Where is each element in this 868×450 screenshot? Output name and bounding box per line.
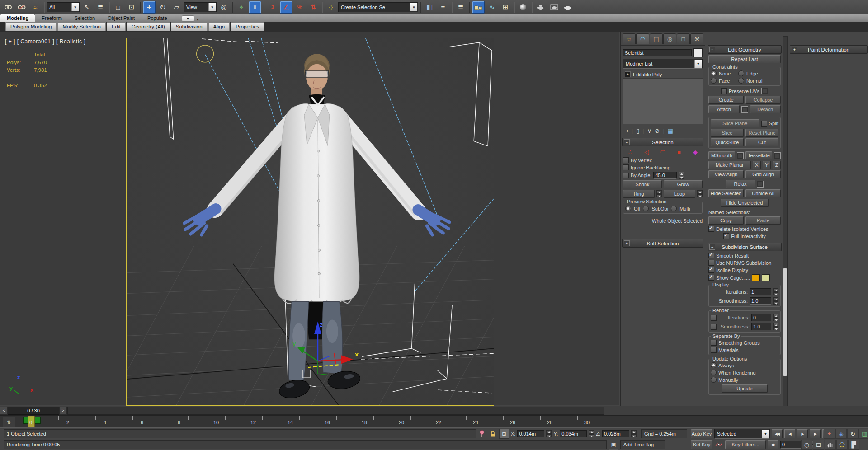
orbit-button[interactable] [836,440,848,450]
render-smoothness-field[interactable]: 1.0 [751,323,771,330]
make-planar-button[interactable]: Make Planar [708,161,751,169]
scene-3d[interactable]: z y x [127,38,494,405]
hide-unselected-button[interactable]: Hide Unselected [721,199,769,207]
tab-motion[interactable]: ◎ [663,33,676,44]
unlink-icon[interactable] [15,1,28,14]
planar-y-button[interactable]: Y [763,161,771,169]
display-smoothness-spinner[interactable] [773,297,778,305]
use-nurms-checkbox[interactable] [708,260,714,266]
selection-set-key-dropdown[interactable]: Selected▼ [714,429,770,439]
time-tag-cube-icon[interactable]: ▣ [609,440,618,450]
cage-color-swatch-1[interactable] [752,274,760,281]
repeat-last-button[interactable]: Repeat Last [708,55,781,63]
loop-spinner[interactable] [697,190,703,197]
panel-scrollbar[interactable] [783,36,788,423]
z-spinner[interactable] [631,430,637,437]
collapse-button[interactable]: Collapse [745,96,781,104]
create-button[interactable]: Create [708,96,744,104]
select-by-name-icon[interactable]: ≣ [94,1,107,14]
tab-create[interactable]: ☼ [623,33,636,44]
tab-selection[interactable]: Selection [68,14,101,22]
materials-checkbox[interactable] [711,347,717,353]
scrollbar-thumb[interactable] [783,268,787,376]
delete-isolated-vertices-checkbox[interactable] [708,226,714,232]
constraint-face-radio[interactable] [711,78,717,84]
panel-align[interactable]: Align [208,22,230,31]
key-mode-toggle[interactable]: ◀▶ [768,440,778,449]
panel-polygon-modeling[interactable]: Polygon Modeling [5,22,57,31]
tab-modify[interactable]: ◠ [636,33,649,44]
select-link-icon[interactable] [2,1,14,14]
cage-color-swatch-2[interactable] [762,274,770,281]
material-editor-icon[interactable] [517,1,529,14]
ignore-backfacing-checkbox[interactable] [623,164,629,170]
stack-item-editable-poly[interactable]: + Editable Poly [623,70,703,79]
render-iterations-spinner[interactable] [773,314,778,321]
relax-settings-button[interactable] [757,181,764,188]
display-iterations-spinner[interactable] [773,288,778,295]
hide-selected-button[interactable]: Hide Selected [708,189,744,197]
tab-display[interactable]: □ [677,33,690,44]
current-frame-display[interactable]: 0 / 30 [8,407,59,415]
render-smoothness-spinner[interactable] [773,323,778,330]
panel-modify-selection[interactable]: Modify Selection [57,22,105,31]
rollout-soft-selection[interactable]: +Soft Selection [622,239,703,248]
camera-safe-frame[interactable]: z y x [126,38,494,406]
update-button[interactable]: Update [722,384,768,393]
default-in-out-tangent-icon[interactable] [714,440,723,449]
subobject-edge-icon[interactable]: ◁ [641,148,652,156]
bind-space-warp-icon[interactable]: ≈ [29,1,42,14]
relax-button[interactable]: Relax [726,180,755,188]
grid-align-button[interactable]: Grid Align [745,170,781,178]
quickslice-button[interactable]: QuickSlice [711,138,744,146]
prompt-pin-icon[interactable] [477,429,486,438]
play-button[interactable]: ▶ [797,429,808,438]
smoothing-groups-checkbox[interactable] [711,340,717,346]
z-coordinate-field[interactable]: 0.028m [602,430,629,437]
modifier-list-dropdown[interactable]: Modifier List▼ [623,59,703,69]
ribbon-minimize-toggle[interactable]: ▼ [182,15,194,22]
absolute-offset-toggle-icon[interactable]: ⊡ [499,429,509,439]
edit-named-selections-icon[interactable]: {} [325,1,337,14]
chevron-down-icon[interactable]: ▼ [762,430,769,438]
percent-snap-icon[interactable]: % [293,1,306,14]
loop-button[interactable]: Loop [664,190,695,198]
x-spinner[interactable] [546,430,552,437]
render-smoothness-checkbox[interactable] [711,324,717,330]
rendered-frame-window-icon[interactable] [548,1,561,14]
modifier-stack[interactable]: + Editable Poly [623,70,703,124]
pan-view-button[interactable] [825,440,836,450]
paste-button[interactable]: Paste [745,216,781,225]
zoom-button[interactable]: ⌖ [824,429,835,439]
chevron-down-icon[interactable]: ▼ [71,3,79,11]
cut-button[interactable]: Cut [745,138,778,146]
attach-settings-button[interactable] [741,106,748,113]
show-end-result-icon[interactable]: ▯ [636,127,639,134]
ring-spinner[interactable] [656,190,662,197]
rollout-edit-geometry[interactable]: −Edit Geometry [708,45,782,54]
tab-freeform[interactable]: Freeform [35,14,68,22]
subobject-polygon-icon[interactable]: ■ [674,148,684,156]
rollout-paint-deformation[interactable]: +Paint Deformation [790,45,868,54]
by-angle-spinner[interactable] [679,172,684,179]
preview-off-radio[interactable] [625,206,631,211]
add-time-tag[interactable]: Add Time Tag [620,440,665,449]
panel-properties[interactable]: Properties [231,22,264,31]
expand-icon[interactable]: + [625,71,631,77]
tessellate-button[interactable]: Tessellate [745,151,772,159]
display-iterations-field[interactable]: 1 [750,288,771,295]
zoom-region-button[interactable]: ⊡ [813,440,824,450]
time-configuration-button[interactable]: ◴ [801,440,812,450]
next-frame-button[interactable]: ▶ [810,429,821,438]
configure-modifier-sets-icon[interactable]: ▦ [668,127,673,134]
tab-populate[interactable]: Populate [141,14,173,22]
rollout-subdivision-surface[interactable]: −Subdivision Surface [708,243,782,251]
window-crossing-icon[interactable]: ⊡ [125,1,138,14]
select-and-rotate-icon[interactable]: ↻ [156,1,169,14]
attach-button[interactable]: Attach [708,105,740,113]
set-key-button[interactable]: Set Key [691,440,712,449]
constraint-normal-radio[interactable] [738,78,744,84]
shrink-button[interactable]: Shrink [623,180,662,188]
panel-subdivision[interactable]: Subdivision [171,22,208,31]
unhide-all-button[interactable]: Unhide All [745,189,781,197]
